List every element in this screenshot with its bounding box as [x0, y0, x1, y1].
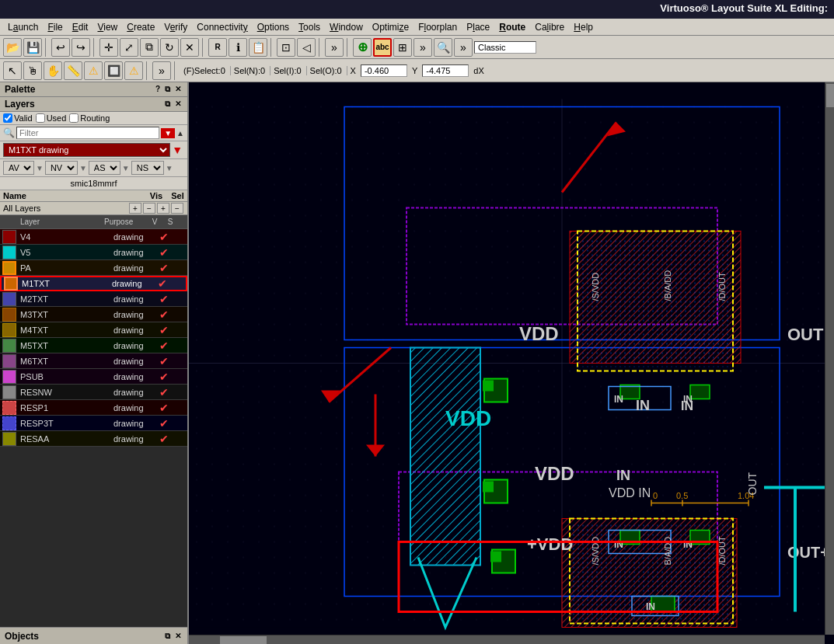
menu-launch[interactable]: Launch [3, 20, 43, 34]
redo-button[interactable]: ↪ [72, 38, 90, 57]
layer-row-m6txt[interactable]: M6TXT drawing ✔ [0, 353, 187, 369]
layer-vis-v4[interactable]: ✔ [156, 231, 172, 243]
menu-route[interactable]: Route [494, 20, 530, 34]
drc-button[interactable]: ⚠ [124, 61, 143, 80]
r-button[interactable]: R [208, 38, 227, 57]
layer-vis-m4txt[interactable]: ✔ [156, 324, 172, 336]
more-button1[interactable]: » [325, 38, 344, 57]
menu-view[interactable]: View [92, 20, 122, 34]
layer-vis-resp3t[interactable]: ✔ [156, 417, 172, 430]
filter-red-btn[interactable]: ▼ [161, 128, 175, 138]
canvas-area[interactable]: VDD IN IN VDD IN +VDD OUT OUT+ /S/VDD /S… [189, 82, 834, 644]
zoom-fit-button[interactable]: ⊡ [277, 38, 295, 57]
more-button3[interactable]: » [454, 38, 473, 57]
pan-button[interactable]: ✋ [44, 61, 62, 80]
open-button[interactable]: 📂 [3, 38, 22, 57]
layer-row-m4txt[interactable]: M4TXT drawing ✔ [0, 322, 187, 338]
layer-vis-m6txt[interactable]: ✔ [156, 355, 172, 367]
y-input[interactable] [422, 64, 469, 77]
layer-list[interactable]: Layer Purpose V S V4 drawing ✔ [0, 215, 187, 627]
menu-verify[interactable]: Verify [159, 20, 192, 34]
layer-row-pa[interactable]: PA drawing ✔ [0, 260, 187, 276]
select-button[interactable]: ↖ [3, 61, 22, 80]
layer-row-resaa[interactable]: RESAA drawing ✔ [0, 431, 187, 447]
layer-row-psub[interactable]: PSUB drawing ✔ [0, 369, 187, 385]
layer-row-resp3t[interactable]: RESP3T drawing ✔ [0, 416, 187, 431]
routing-checkbox-label[interactable]: Routing [69, 113, 110, 123]
horizontal-scrollbar[interactable] [189, 635, 825, 644]
copy-button[interactable]: ⧉ [140, 38, 159, 57]
layer-vis-m1txt[interactable]: ✔ [155, 277, 170, 290]
layer-row-m3txt[interactable]: M3TXT drawing ✔ [0, 307, 187, 322]
layer-vis-psub[interactable]: ✔ [156, 371, 172, 383]
layer-row-m2txt[interactable]: M2TXT drawing ✔ [0, 291, 187, 307]
menu-optimize[interactable]: Optimize [368, 20, 414, 34]
palette-help-btn[interactable]: ? [154, 85, 162, 94]
layers-close-btn[interactable]: ✕ [173, 99, 183, 109]
layer-vis-pa[interactable]: ✔ [156, 262, 172, 274]
green-plus-button[interactable]: ⊕ [353, 38, 372, 57]
layer-vis-v5[interactable]: ✔ [156, 246, 172, 259]
layer-vis-m5txt[interactable]: ✔ [156, 339, 172, 352]
classic-input[interactable] [474, 41, 536, 54]
abc-button[interactable]: abc [373, 38, 392, 57]
av-select[interactable]: AV [3, 161, 34, 175]
filter-input[interactable] [16, 127, 159, 139]
zoom-prev-button[interactable]: ◁ [297, 38, 316, 57]
menu-create[interactable]: Create [122, 20, 159, 34]
more-button2[interactable]: » [414, 38, 432, 57]
filter-arrow[interactable]: ▲ [176, 129, 184, 138]
layer-vis-m3txt[interactable]: ✔ [156, 308, 172, 321]
layer-vis-resp1[interactable]: ✔ [156, 402, 172, 414]
schematic-canvas[interactable]: VDD IN IN VDD IN +VDD OUT OUT+ /S/VDD /S… [189, 82, 834, 644]
prop-button[interactable]: 📋 [249, 38, 267, 57]
menu-place[interactable]: Place [462, 20, 494, 34]
layer-row-v4[interactable]: V4 drawing ✔ [0, 229, 187, 245]
grid-button[interactable]: ⊞ [393, 38, 412, 57]
menu-window[interactable]: Window [325, 20, 368, 34]
v-scroll-thumb[interactable] [826, 84, 834, 107]
warn-button[interactable]: ⚠ [84, 61, 103, 80]
menu-floorplan[interactable]: Floorplan [414, 20, 462, 34]
valid-checkbox-label[interactable]: Valid [3, 113, 33, 123]
menu-connectivity[interactable]: Connectivity [192, 20, 252, 34]
rotate-button[interactable]: ↻ [160, 38, 179, 57]
menu-calibre[interactable]: Calibre [530, 20, 569, 34]
routing-checkbox[interactable] [69, 113, 79, 123]
info-button[interactable]: ℹ [229, 38, 247, 57]
menu-file[interactable]: File [43, 20, 67, 34]
layer-row-m5txt[interactable]: M5TXT drawing ✔ [0, 338, 187, 353]
menu-edit[interactable]: Edit [68, 20, 93, 34]
more-button4[interactable]: » [152, 61, 171, 80]
layers-float-btn[interactable]: ⧉ [163, 99, 172, 109]
ruler-button[interactable]: 📏 [64, 61, 82, 80]
layer-row-v5[interactable]: V5 drawing ✔ [0, 245, 187, 260]
vertical-scrollbar[interactable] [825, 82, 834, 635]
al-plus2-btn[interactable]: + [157, 203, 169, 214]
al-minus-btn[interactable]: − [143, 203, 155, 214]
layer-select[interactable]: M1TXT drawing [3, 143, 170, 157]
ns-select[interactable]: NS [131, 161, 164, 175]
menu-tools[interactable]: Tools [294, 20, 325, 34]
palette-close-btn[interactable]: ✕ [173, 85, 183, 94]
layer-vis-resnw[interactable]: ✔ [156, 386, 172, 399]
layer-row-resp1[interactable]: RESP1 drawing ✔ [0, 400, 187, 416]
palette-float-btn[interactable]: ⧉ [163, 85, 172, 94]
save-button[interactable]: 💾 [23, 38, 42, 57]
objects-close-btn[interactable]: ✕ [173, 632, 183, 641]
layer-vis-m2txt[interactable]: ✔ [156, 293, 172, 305]
h-scroll-thumb[interactable] [220, 636, 267, 644]
al-plus-btn[interactable]: + [129, 203, 141, 214]
x-input[interactable] [361, 64, 407, 77]
undo-button[interactable]: ↩ [51, 38, 70, 57]
used-checkbox-label[interactable]: Used [36, 113, 67, 123]
menu-options[interactable]: Options [253, 20, 294, 34]
al-minus2-btn[interactable]: − [171, 203, 183, 214]
as-select[interactable]: AS [89, 161, 120, 175]
search-button[interactable]: 🔍 [434, 38, 452, 57]
layer-row-resnw[interactable]: RESNW drawing ✔ [0, 385, 187, 400]
stretch-button[interactable]: ⤢ [120, 38, 138, 57]
select2-button[interactable]: 🖱 [23, 61, 42, 80]
layer-vis-resaa[interactable]: ✔ [156, 433, 172, 445]
layer-select-arrow[interactable]: ▼ [170, 144, 184, 156]
